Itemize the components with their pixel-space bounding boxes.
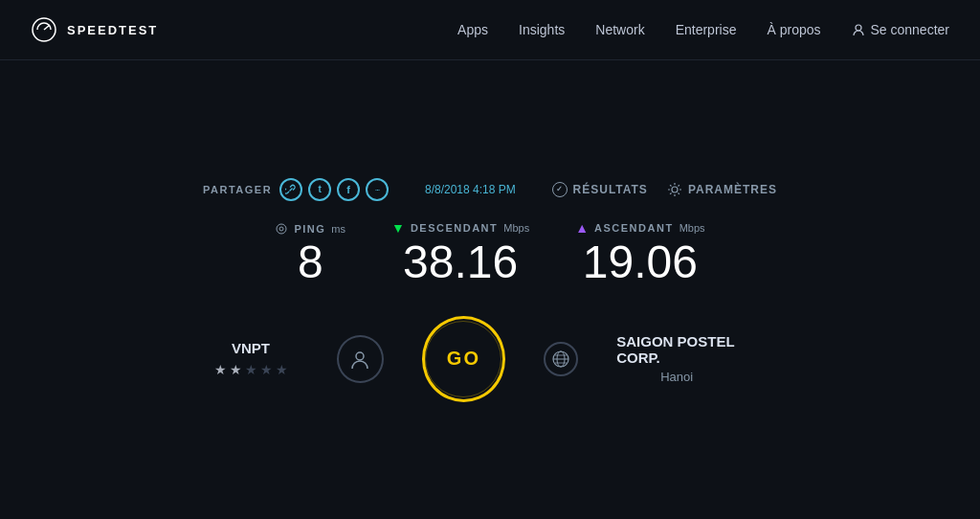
nav-enterprise[interactable]: Enterprise xyxy=(676,22,737,37)
sign-in-label: Se connecter xyxy=(871,22,950,37)
share-facebook-button[interactable]: f xyxy=(337,178,360,201)
user-icon xyxy=(852,23,865,36)
globe-icon xyxy=(544,342,578,376)
share-label: PARTAGER xyxy=(203,184,272,195)
share-more-button[interactable]: ··· xyxy=(366,178,389,201)
results-label: RÉSULTATS xyxy=(573,183,648,196)
star-3: ★ xyxy=(245,362,257,377)
share-right: ✓ RÉSULTATS PARAMÈTRES xyxy=(552,182,777,197)
ping-value: 8 xyxy=(298,239,323,285)
share-link-button[interactable] xyxy=(279,178,302,201)
svg-point-5 xyxy=(279,227,283,231)
star-2: ★ xyxy=(230,362,242,377)
upload-arrow-icon: ▲ xyxy=(575,220,589,236)
download-value: 38.16 xyxy=(403,239,518,285)
bottom-row: VNPT ★ ★ ★ ★ ★ GO xyxy=(203,316,777,402)
isp-name: VNPT xyxy=(232,340,270,356)
share-icons: t f ··· xyxy=(279,178,389,201)
isp-rating: ★ ★ ★ ★ ★ xyxy=(214,362,288,377)
ping-label: PING xyxy=(294,223,325,235)
main-nav: Apps Insights Network Enterprise À propo… xyxy=(457,22,949,37)
datetime-label: 8/8/2018 4:18 PM xyxy=(425,183,516,196)
svg-line-1 xyxy=(44,25,50,30)
svg-point-4 xyxy=(277,224,286,234)
upload-unit: Mbps xyxy=(679,222,705,234)
upload-label: ASCENDANT xyxy=(594,222,674,234)
nav-insights[interactable]: Insights xyxy=(519,22,565,37)
stats-row: PING ms 8 ▼ DESCENDANT Mbps 38.16 ▲ ASCE… xyxy=(275,220,704,285)
star-1: ★ xyxy=(214,362,227,377)
svg-point-2 xyxy=(856,25,861,31)
logo-text: SPEEDTEST xyxy=(67,23,158,37)
download-arrow-icon: ▼ xyxy=(391,220,405,236)
sign-in-button[interactable]: Se connecter xyxy=(852,22,950,37)
link-icon xyxy=(285,184,297,195)
server-name: SAIGON POSTEL CORP. xyxy=(616,333,777,366)
results-button[interactable]: ✓ RÉSULTATS xyxy=(552,182,648,197)
download-stat: ▼ DESCENDANT Mbps 38.16 xyxy=(391,220,529,285)
ping-stat: PING ms 8 xyxy=(275,222,345,285)
globe-svg xyxy=(551,350,570,369)
svg-point-6 xyxy=(356,352,364,360)
server-city: Hanoi xyxy=(660,370,693,384)
nav-network[interactable]: Network xyxy=(595,22,644,37)
ping-icon xyxy=(275,222,288,236)
ping-unit: ms xyxy=(331,223,345,235)
svg-point-3 xyxy=(672,187,678,192)
star-4: ★ xyxy=(260,362,273,377)
download-label: DESCENDANT xyxy=(411,222,498,234)
results-icon: ✓ xyxy=(552,182,568,197)
person-icon xyxy=(349,349,370,370)
nav-apps[interactable]: Apps xyxy=(457,22,488,37)
go-label: GO xyxy=(447,348,480,370)
star-5: ★ xyxy=(276,362,288,377)
params-button[interactable]: PARAMÈTRES xyxy=(667,182,777,197)
logo-area: SPEEDTEST xyxy=(31,16,158,43)
speedtest-logo-icon xyxy=(31,16,57,43)
share-bar: PARTAGER t f ··· 8/8/2018 4:18 PM xyxy=(203,178,777,201)
upload-value: 19.06 xyxy=(583,239,698,285)
settings-icon xyxy=(667,182,682,197)
go-button[interactable]: GO xyxy=(422,316,506,402)
download-unit: Mbps xyxy=(503,222,529,234)
nav-apropos[interactable]: À propos xyxy=(767,22,820,37)
isp-info: VNPT ★ ★ ★ ★ ★ xyxy=(203,340,299,377)
params-label: PARAMÈTRES xyxy=(688,183,777,196)
share-twitter-button[interactable]: t xyxy=(308,178,331,201)
share-left: PARTAGER t f ··· xyxy=(203,178,389,201)
server-info: SAIGON POSTEL CORP. Hanoi xyxy=(616,333,777,384)
avatar-button[interactable] xyxy=(337,335,384,383)
upload-stat: ▲ ASCENDANT Mbps 19.06 xyxy=(575,220,704,285)
